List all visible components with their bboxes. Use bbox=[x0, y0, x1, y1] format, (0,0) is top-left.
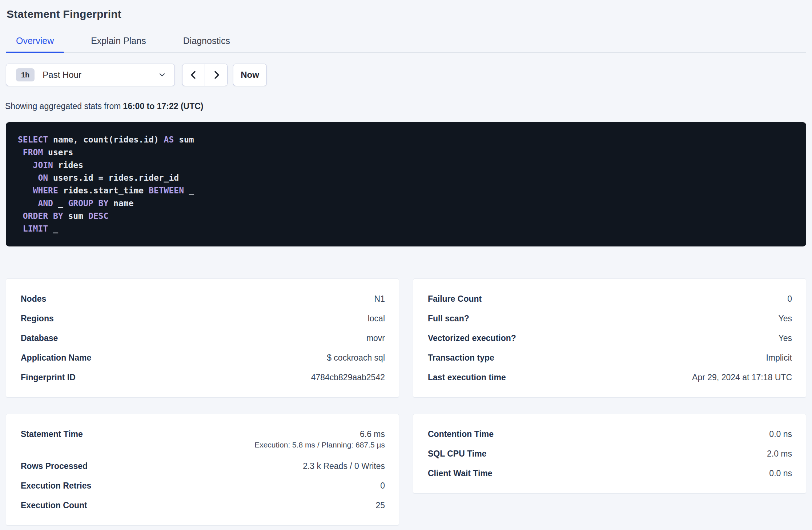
chevron-left-icon bbox=[189, 70, 198, 80]
time-step-group bbox=[182, 64, 228, 86]
chevron-down-icon bbox=[158, 71, 166, 79]
row-label: Rows Processed bbox=[21, 461, 88, 471]
sql-line: LIMIT _ bbox=[18, 222, 794, 235]
row-label: Client Wait Time bbox=[428, 468, 493, 479]
row-label: Application Name bbox=[21, 352, 91, 363]
card-row-execution-retries: Execution Retries 0 bbox=[21, 476, 385, 495]
row-label: Statement Time bbox=[21, 429, 83, 439]
application-name-link[interactable]: $ cockroach sql bbox=[327, 352, 385, 363]
row-label: Regions bbox=[21, 313, 54, 324]
sql-statement-box: SELECT name, count(rides.id) AS sum FROM… bbox=[6, 122, 806, 246]
time-interval-dropdown[interactable]: 1h Past Hour bbox=[6, 64, 175, 86]
card-row-rows-processed: Rows Processed 2.3 k Reads / 0 Writes bbox=[21, 456, 385, 476]
prev-time-button[interactable] bbox=[182, 64, 205, 86]
card-row-failure-count: Failure Count 0 bbox=[428, 289, 792, 309]
card-row-regions: Regions local bbox=[21, 309, 385, 328]
card-row-vectorized: Vectorized execution? Yes bbox=[428, 328, 792, 348]
row-value: 4784cb829aab2542 bbox=[311, 372, 385, 383]
sql-line: AND _ GROUP BY name bbox=[18, 197, 794, 210]
statement-fingerprint-page: Statement Fingerprint Overview Explain P… bbox=[0, 8, 812, 526]
tab-bar: Overview Explain Plans Diagnostics bbox=[6, 36, 806, 53]
card-row-execution-count: Execution Count 25 bbox=[21, 495, 385, 515]
row-value: Apr 29, 2024 at 17:18 UTC bbox=[692, 372, 792, 383]
row-value: 0 bbox=[380, 480, 385, 491]
row-label: Last execution time bbox=[428, 372, 506, 383]
statement-details-card: Nodes N1 Regions local Database movr App… bbox=[6, 278, 399, 398]
tab-diagnostics[interactable]: Diagnostics bbox=[173, 36, 240, 52]
aggregation-status: Showing aggregated stats from16:00 to 17… bbox=[5, 101, 806, 111]
row-label: Fingerprint ID bbox=[21, 372, 76, 383]
row-value: movr bbox=[366, 333, 385, 344]
row-label: SQL CPU Time bbox=[428, 448, 486, 459]
tab-overview[interactable]: Overview bbox=[6, 36, 64, 52]
next-time-button[interactable] bbox=[205, 64, 227, 86]
row-label: Execution Retries bbox=[21, 480, 91, 491]
time-toolbar: 1h Past Hour Now bbox=[6, 64, 806, 86]
stats-cards-row: Statement Time 6.6 ms Execution: 5.8 ms … bbox=[6, 414, 806, 526]
sql-line: SELECT name, count(rides.id) AS sum bbox=[18, 133, 794, 146]
row-value: 2.0 ms bbox=[767, 448, 792, 459]
row-value: local bbox=[368, 313, 385, 324]
chevron-right-icon bbox=[212, 70, 221, 80]
row-subvalue: Execution: 5.8 ms / Planning: 687.5 µs bbox=[254, 439, 385, 450]
sql-line: FROM users bbox=[18, 146, 794, 159]
card-row-full-scan: Full scan? Yes bbox=[428, 309, 792, 328]
status-prefix: Showing aggregated stats from bbox=[5, 101, 121, 111]
interval-badge: 1h bbox=[16, 68, 35, 81]
card-row-statement-time: Statement Time 6.6 ms Execution: 5.8 ms … bbox=[21, 424, 385, 456]
row-label: Vectorized execution? bbox=[428, 333, 516, 344]
row-value: 0.0 ns bbox=[769, 468, 792, 479]
details-cards-row: Nodes N1 Regions local Database movr App… bbox=[6, 278, 806, 398]
row-label: Database bbox=[21, 333, 58, 344]
statement-stats-card: Statement Time 6.6 ms Execution: 5.8 ms … bbox=[6, 414, 399, 526]
card-row-transaction-type: Transaction type Implicit bbox=[428, 348, 792, 368]
row-value: 0 bbox=[787, 293, 792, 304]
now-button[interactable]: Now bbox=[233, 64, 267, 86]
card-row-client-wait-time: Client Wait Time 0.0 ns bbox=[428, 463, 792, 483]
card-row-contention-time: Contention Time 0.0 ns bbox=[428, 424, 792, 444]
card-row-fingerprint-id: Fingerprint ID 4784cb829aab2542 bbox=[21, 368, 385, 387]
row-label: Transaction type bbox=[428, 352, 494, 363]
row-value: 6.6 ms bbox=[254, 429, 385, 439]
row-label: Full scan? bbox=[428, 313, 469, 324]
row-value: Yes bbox=[778, 333, 792, 344]
row-value: 0.0 ns bbox=[769, 429, 792, 439]
status-range: 16:00 to 17:22 (UTC) bbox=[123, 101, 203, 111]
row-label: Nodes bbox=[21, 293, 46, 304]
card-row-database: Database movr bbox=[21, 328, 385, 348]
card-row-last-execution-time: Last execution time Apr 29, 2024 at 17:1… bbox=[428, 368, 792, 387]
card-row-sql-cpu-time: SQL CPU Time 2.0 ms bbox=[428, 444, 792, 463]
row-label: Execution Count bbox=[21, 500, 87, 511]
row-value: 25 bbox=[375, 500, 385, 511]
nodes-link[interactable]: N1 bbox=[374, 293, 385, 304]
page-title: Statement Fingerprint bbox=[7, 8, 806, 20]
row-label: Contention Time bbox=[428, 429, 494, 439]
row-label: Failure Count bbox=[428, 293, 482, 304]
sql-line: JOIN rides bbox=[18, 159, 794, 172]
row-value: 2.3 k Reads / 0 Writes bbox=[303, 461, 385, 471]
row-value: Yes bbox=[778, 313, 792, 324]
card-row-nodes: Nodes N1 bbox=[21, 289, 385, 309]
tab-explain-plans[interactable]: Explain Plans bbox=[81, 36, 156, 52]
sql-line: WHERE rides.start_time BETWEEN _ bbox=[18, 184, 794, 197]
interval-label: Past Hour bbox=[43, 70, 158, 80]
sql-line: ON users.id = rides.rider_id bbox=[18, 172, 794, 184]
timing-stats-card: Contention Time 0.0 ns SQL CPU Time 2.0 … bbox=[413, 414, 806, 494]
card-row-application-name: Application Name $ cockroach sql bbox=[21, 348, 385, 368]
sql-line: ORDER BY sum DESC bbox=[18, 210, 794, 222]
row-value: Implicit bbox=[766, 352, 792, 363]
execution-attributes-card: Failure Count 0 Full scan? Yes Vectorize… bbox=[413, 278, 806, 398]
